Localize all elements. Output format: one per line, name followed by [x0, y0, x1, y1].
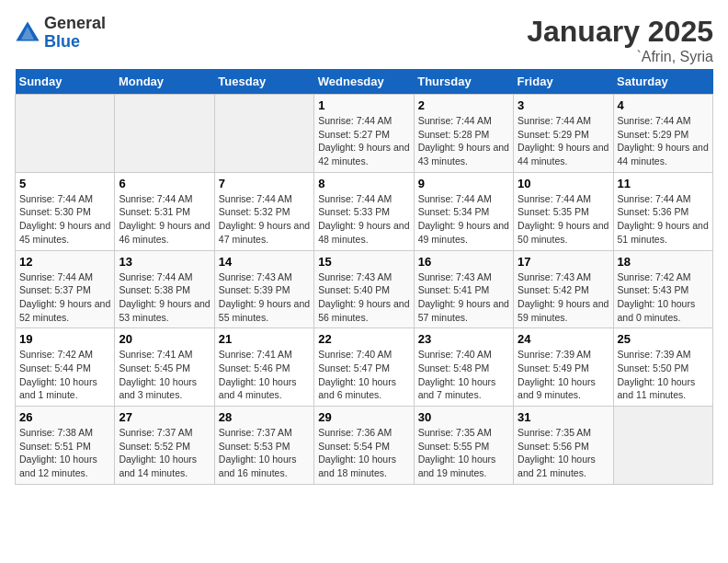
day-number: 23	[418, 332, 509, 346]
day-info: Sunrise: 7:43 AM Sunset: 5:42 PM Dayligh…	[518, 270, 609, 325]
day-number: 28	[219, 410, 310, 424]
day-info: Sunrise: 7:39 AM Sunset: 5:50 PM Dayligh…	[618, 348, 709, 402]
calendar-body: 1Sunrise: 7:44 AM Sunset: 5:27 PM Daylig…	[16, 95, 713, 485]
calendar-table: SundayMondayTuesdayWednesdayThursdayFrid…	[15, 69, 713, 485]
calendar-cell: 23Sunrise: 7:40 AM Sunset: 5:48 PM Dayli…	[414, 328, 513, 407]
day-number: 20	[119, 332, 210, 346]
calendar-cell: 17Sunrise: 7:43 AM Sunset: 5:42 PM Dayli…	[514, 250, 613, 328]
day-number: 25	[618, 332, 709, 346]
day-number: 15	[318, 255, 409, 269]
location: `Afrin, Syria	[527, 49, 713, 65]
day-info: Sunrise: 7:44 AM Sunset: 5:29 PM Dayligh…	[618, 114, 709, 168]
calendar-cell: 12Sunrise: 7:44 AM Sunset: 5:37 PM Dayli…	[16, 250, 115, 328]
day-number: 30	[418, 410, 509, 424]
day-info: Sunrise: 7:44 AM Sunset: 5:34 PM Dayligh…	[418, 192, 509, 247]
day-number: 22	[318, 332, 409, 346]
day-info: Sunrise: 7:35 AM Sunset: 5:56 PM Dayligh…	[518, 426, 609, 480]
day-info: Sunrise: 7:40 AM Sunset: 5:48 PM Dayligh…	[418, 348, 509, 402]
title-block: January 2025 `Afrin, Syria	[527, 15, 713, 65]
day-number: 24	[518, 332, 609, 346]
weekday-header-sunday: Sunday	[16, 69, 115, 95]
calendar-cell: 11Sunrise: 7:44 AM Sunset: 5:36 PM Dayli…	[613, 172, 712, 250]
day-info: Sunrise: 7:42 AM Sunset: 5:43 PM Dayligh…	[618, 270, 709, 325]
day-number: 4	[618, 98, 709, 112]
logo-text: General Blue	[44, 15, 106, 52]
calendar-cell: 26Sunrise: 7:38 AM Sunset: 5:51 PM Dayli…	[16, 407, 115, 485]
day-info: Sunrise: 7:44 AM Sunset: 5:38 PM Dayligh…	[119, 270, 210, 325]
calendar-cell: 9Sunrise: 7:44 AM Sunset: 5:34 PM Daylig…	[414, 172, 513, 250]
day-number: 1	[318, 98, 409, 112]
calendar-cell: 19Sunrise: 7:42 AM Sunset: 5:44 PM Dayli…	[16, 328, 115, 407]
day-number: 27	[119, 410, 210, 424]
weekday-header-friday: Friday	[514, 69, 613, 95]
calendar-week-3: 12Sunrise: 7:44 AM Sunset: 5:37 PM Dayli…	[16, 250, 713, 328]
day-info: Sunrise: 7:38 AM Sunset: 5:51 PM Dayligh…	[19, 426, 110, 480]
day-number: 3	[518, 98, 609, 112]
weekday-header-thursday: Thursday	[414, 69, 513, 95]
day-info: Sunrise: 7:43 AM Sunset: 5:41 PM Dayligh…	[418, 270, 509, 325]
day-number: 9	[418, 177, 509, 190]
logo-general: General	[44, 14, 106, 32]
calendar-header-row: SundayMondayTuesdayWednesdayThursdayFrid…	[16, 69, 713, 95]
day-info: Sunrise: 7:44 AM Sunset: 5:32 PM Dayligh…	[219, 192, 310, 247]
day-info: Sunrise: 7:44 AM Sunset: 5:28 PM Dayligh…	[418, 114, 509, 168]
day-number: 6	[119, 177, 210, 190]
day-info: Sunrise: 7:36 AM Sunset: 5:54 PM Dayligh…	[318, 426, 409, 480]
day-number: 12	[19, 255, 110, 269]
calendar-cell	[214, 95, 313, 173]
calendar-cell: 28Sunrise: 7:37 AM Sunset: 5:53 PM Dayli…	[214, 407, 313, 485]
day-number: 14	[219, 255, 310, 269]
day-number: 29	[318, 410, 409, 424]
calendar-cell: 10Sunrise: 7:44 AM Sunset: 5:35 PM Dayli…	[514, 172, 613, 250]
day-number: 8	[318, 177, 409, 190]
day-number: 2	[418, 98, 509, 112]
logo: General Blue	[15, 15, 106, 52]
calendar-cell: 4Sunrise: 7:44 AM Sunset: 5:29 PM Daylig…	[613, 95, 712, 173]
day-number: 13	[119, 255, 210, 269]
calendar-cell: 25Sunrise: 7:39 AM Sunset: 5:50 PM Dayli…	[613, 328, 712, 407]
day-info: Sunrise: 7:40 AM Sunset: 5:47 PM Dayligh…	[318, 348, 409, 402]
day-info: Sunrise: 7:37 AM Sunset: 5:52 PM Dayligh…	[119, 426, 210, 480]
day-number: 31	[518, 410, 609, 424]
day-info: Sunrise: 7:41 AM Sunset: 5:45 PM Dayligh…	[119, 348, 210, 402]
day-number: 18	[618, 255, 709, 269]
calendar-cell: 29Sunrise: 7:36 AM Sunset: 5:54 PM Dayli…	[314, 407, 414, 485]
calendar-cell: 7Sunrise: 7:44 AM Sunset: 5:32 PM Daylig…	[214, 172, 313, 250]
day-info: Sunrise: 7:43 AM Sunset: 5:39 PM Dayligh…	[219, 270, 310, 325]
calendar-cell: 14Sunrise: 7:43 AM Sunset: 5:39 PM Dayli…	[214, 250, 313, 328]
weekday-header-wednesday: Wednesday	[314, 69, 414, 95]
day-info: Sunrise: 7:35 AM Sunset: 5:55 PM Dayligh…	[418, 426, 509, 480]
day-number: 11	[618, 177, 709, 190]
day-info: Sunrise: 7:37 AM Sunset: 5:53 PM Dayligh…	[219, 426, 310, 480]
day-info: Sunrise: 7:44 AM Sunset: 5:33 PM Dayligh…	[318, 192, 409, 247]
day-info: Sunrise: 7:44 AM Sunset: 5:29 PM Dayligh…	[518, 114, 609, 168]
calendar-cell: 30Sunrise: 7:35 AM Sunset: 5:55 PM Dayli…	[414, 407, 513, 485]
weekday-header-saturday: Saturday	[613, 69, 712, 95]
calendar-cell: 13Sunrise: 7:44 AM Sunset: 5:38 PM Dayli…	[115, 250, 214, 328]
calendar-cell: 22Sunrise: 7:40 AM Sunset: 5:47 PM Dayli…	[314, 328, 414, 407]
day-info: Sunrise: 7:44 AM Sunset: 5:35 PM Dayligh…	[518, 192, 609, 247]
calendar-cell	[115, 95, 214, 173]
day-number: 17	[518, 255, 609, 269]
calendar-cell: 20Sunrise: 7:41 AM Sunset: 5:45 PM Dayli…	[115, 328, 214, 407]
weekday-header-monday: Monday	[115, 69, 214, 95]
calendar-week-1: 1Sunrise: 7:44 AM Sunset: 5:27 PM Daylig…	[16, 95, 713, 173]
calendar-cell: 24Sunrise: 7:39 AM Sunset: 5:49 PM Dayli…	[514, 328, 613, 407]
calendar-cell	[613, 407, 712, 485]
day-info: Sunrise: 7:43 AM Sunset: 5:40 PM Dayligh…	[318, 270, 409, 325]
calendar-cell	[16, 95, 115, 173]
day-number: 7	[219, 177, 310, 190]
calendar-cell: 16Sunrise: 7:43 AM Sunset: 5:41 PM Dayli…	[414, 250, 513, 328]
logo-icon	[15, 20, 40, 46]
calendar-cell: 2Sunrise: 7:44 AM Sunset: 5:28 PM Daylig…	[414, 95, 513, 173]
calendar-week-2: 5Sunrise: 7:44 AM Sunset: 5:30 PM Daylig…	[16, 172, 713, 250]
calendar-cell: 27Sunrise: 7:37 AM Sunset: 5:52 PM Dayli…	[115, 407, 214, 485]
day-number: 26	[19, 410, 110, 424]
day-info: Sunrise: 7:44 AM Sunset: 5:30 PM Dayligh…	[19, 192, 110, 247]
calendar-cell: 21Sunrise: 7:41 AM Sunset: 5:46 PM Dayli…	[214, 328, 313, 407]
calendar-cell: 8Sunrise: 7:44 AM Sunset: 5:33 PM Daylig…	[314, 172, 414, 250]
day-info: Sunrise: 7:41 AM Sunset: 5:46 PM Dayligh…	[219, 348, 310, 402]
day-info: Sunrise: 7:44 AM Sunset: 5:31 PM Dayligh…	[119, 192, 210, 247]
day-info: Sunrise: 7:39 AM Sunset: 5:49 PM Dayligh…	[518, 348, 609, 402]
day-number: 16	[418, 255, 509, 269]
